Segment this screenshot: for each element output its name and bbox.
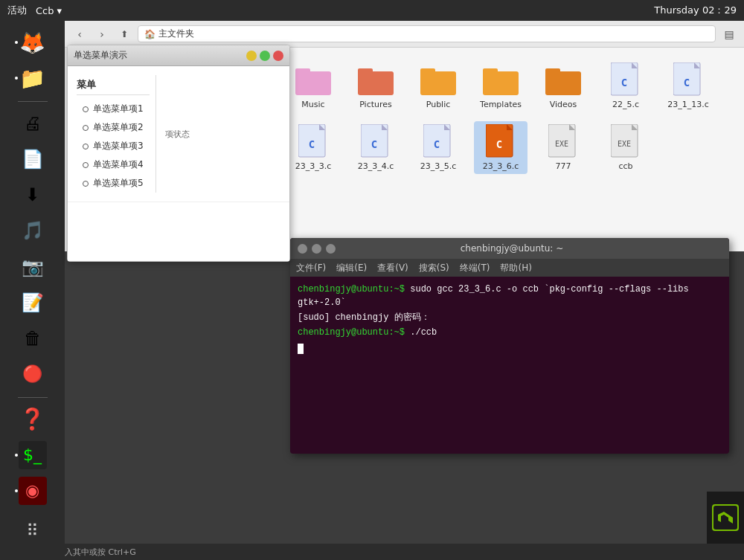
terminal-maximize-button[interactable] xyxy=(326,244,336,254)
dock-item-apps[interactable]: ⠿ xyxy=(13,511,52,550)
c-file-icon: C xyxy=(358,124,394,160)
dock-item-music[interactable]: 🎵 xyxy=(13,215,52,246)
dock-item-display[interactable]: ◉ xyxy=(13,475,52,506)
dock-active-dot xyxy=(15,77,18,80)
terminal-menu-edit[interactable]: 编辑(E) xyxy=(336,262,367,274)
statusbar: 请将鼠标指针移入其中或按 Ctrl+G xyxy=(0,544,744,560)
svg-rect-12 xyxy=(483,71,519,95)
fm-item-777[interactable]: EXE 777 xyxy=(536,121,590,174)
activities-button[interactable]: 活动 xyxy=(7,4,27,17)
fm-item-23-3-3-c[interactable]: C 23_3_3.c xyxy=(286,121,340,174)
fm-item-music[interactable]: Music xyxy=(286,59,340,112)
popup-window: 单选菜单演示 菜单 单选菜单项1 单选菜单项2 单选菜单项3 单选菜单 xyxy=(67,45,290,262)
svg-rect-14 xyxy=(545,71,581,95)
menu-item-2[interactable]: 单选菜单项2 xyxy=(77,118,150,137)
radio-bullet-3 xyxy=(83,144,89,149)
fm-item-public[interactable]: Public xyxy=(411,59,465,112)
terminal-line-1: chenbingjy@ubuntu:~$ sudo gcc 23_3_6.c -… xyxy=(298,283,722,309)
terminal-menu-terminal[interactable]: 终端(T) xyxy=(460,262,490,274)
dock-item-download[interactable]: ⬇ xyxy=(13,179,52,210)
terminal-close-button[interactable] xyxy=(298,244,307,254)
terminal-titlebar: chenbingjy@ubuntu: ~ xyxy=(290,238,729,259)
fm-item-label: 777 xyxy=(556,161,571,171)
status-label: 项状态 xyxy=(165,129,190,140)
terminal-menu-help[interactable]: 帮助(H) xyxy=(500,262,531,274)
dock-item-trash[interactable]: 🗑 xyxy=(13,323,52,354)
folder-icon xyxy=(545,62,581,98)
fm-item-label: 23_3_5.c xyxy=(420,161,457,171)
popup-title: 单选菜单演示 xyxy=(74,49,127,62)
dock-active-dot xyxy=(15,489,18,492)
menu-item-1[interactable]: 单选菜单项1 xyxy=(77,100,150,118)
terminal-line-2: [sudo] chenbingjy 的密码： xyxy=(298,311,722,324)
fm-item-label: 23_3_3.c xyxy=(295,161,332,171)
record-icon: 🔴 xyxy=(22,364,42,383)
dock-active-dot xyxy=(15,454,18,457)
fm-parent-button[interactable]: ⬆ xyxy=(115,25,133,43)
fm-item-23-1-13-c[interactable]: C 23_1_13.c xyxy=(661,59,715,112)
popup-titlebar: 单选菜单演示 xyxy=(68,45,289,66)
terminal-menu-search[interactable]: 搜索(S) xyxy=(419,262,449,274)
dock-item-terminal[interactable]: $_ xyxy=(13,440,52,471)
fm-item-pictures[interactable]: Pictures xyxy=(349,59,403,112)
dock-item-firefox[interactable]: 🦊 xyxy=(13,27,52,58)
fm-item-23-3-5-c[interactable]: C 23_3_5.c xyxy=(411,121,465,174)
terminal-menubar: 文件(F) 编辑(E) 查看(V) 搜索(S) 终端(T) 帮助(H) xyxy=(290,259,729,277)
music-icon: 🎵 xyxy=(22,220,44,241)
app-indicator[interactable]: Ccb ▾ xyxy=(36,5,62,16)
fm-view-button[interactable]: ▤ xyxy=(720,25,738,43)
c-file-icon: C xyxy=(670,62,706,98)
popup-minimize-button[interactable] xyxy=(246,51,257,61)
dock-item-printer[interactable]: 🖨 xyxy=(13,108,52,139)
fm-item-label: Pictures xyxy=(359,100,392,109)
dock-divider2 xyxy=(18,397,48,398)
dock-active-dot xyxy=(15,41,18,44)
fm-item-label: 23_3_4.c xyxy=(358,161,394,171)
fm-item-templates[interactable]: Templates xyxy=(474,59,527,112)
dock-item-document[interactable]: 📄 xyxy=(13,144,52,175)
menu-item-4[interactable]: 单选菜单项4 xyxy=(77,155,150,174)
terminal-menu-view[interactable]: 查看(V) xyxy=(377,262,408,274)
radio-bullet-1 xyxy=(83,106,89,112)
svg-text:C: C xyxy=(684,77,690,88)
terminal-menu-file[interactable]: 文件(F) xyxy=(296,262,326,274)
dock-item-help[interactable]: ❓ xyxy=(13,404,52,435)
svg-rect-15 xyxy=(545,68,560,74)
menu-item-5[interactable]: 单选菜单项5 xyxy=(77,174,150,193)
menu-item-3[interactable]: 单选菜单项3 xyxy=(77,137,150,155)
terminal-window: chenbingjy@ubuntu: ~ 文件(F) 编辑(E) 查看(V) 搜… xyxy=(290,238,729,454)
fm-item-videos[interactable]: Videos xyxy=(536,59,590,112)
fm-forward-button[interactable]: › xyxy=(93,25,111,43)
terminal-line-4 xyxy=(298,341,722,354)
folder-icon xyxy=(295,62,331,98)
popup-close-button[interactable] xyxy=(273,51,283,61)
terminal-line-3: chenbingjy@ubuntu:~$ ./ccb xyxy=(298,326,722,339)
help-icon: ❓ xyxy=(19,407,45,431)
download-icon: ⬇ xyxy=(25,184,39,205)
popup-maximize-button[interactable] xyxy=(260,51,270,61)
fm-back-button[interactable]: ‹ xyxy=(71,25,89,43)
svg-rect-9 xyxy=(358,68,373,74)
dock-item-camera[interactable]: 📷 xyxy=(13,251,52,282)
fm-item-23-3-6-c[interactable]: C 23_3_6.c xyxy=(474,121,527,174)
terminal-body[interactable]: chenbingjy@ubuntu:~$ sudo gcc 23_3_6.c -… xyxy=(290,277,729,454)
svg-rect-13 xyxy=(483,68,498,74)
svg-rect-6 xyxy=(295,71,331,95)
menu-item-label-3: 单选菜单项3 xyxy=(93,140,144,152)
dock: 🦊 📁 🖨 📄 ⬇ 🎵 📷 📝 🗑 🔴 ❓ $_ ◉ ⠿ xyxy=(0,21,65,560)
exec-file-icon: EXE xyxy=(608,124,644,160)
notes-icon: 📝 xyxy=(22,292,44,313)
dock-item-record[interactable]: 🔴 xyxy=(13,358,52,390)
fm-item-ccb[interactable]: EXE ccb xyxy=(599,121,652,174)
folder-icon xyxy=(483,62,519,98)
dock-item-files[interactable]: 📁 xyxy=(13,62,52,94)
svg-rect-8 xyxy=(358,71,394,95)
terminal-minimize-button[interactable] xyxy=(312,244,321,254)
display-icon: ◉ xyxy=(19,477,47,505)
firefox-icon: 🦊 xyxy=(19,30,45,55)
fm-item-label: 23_3_6.c xyxy=(483,161,519,171)
fm-item-23-3-4-c[interactable]: C 23_3_4.c xyxy=(349,121,403,174)
terminal-sudo-prompt: [sudo] chenbingjy 的密码： xyxy=(298,312,430,323)
dock-item-notes[interactable]: 📝 xyxy=(13,287,52,318)
fm-item-22-5-c[interactable]: C 22_5.c xyxy=(599,59,652,112)
